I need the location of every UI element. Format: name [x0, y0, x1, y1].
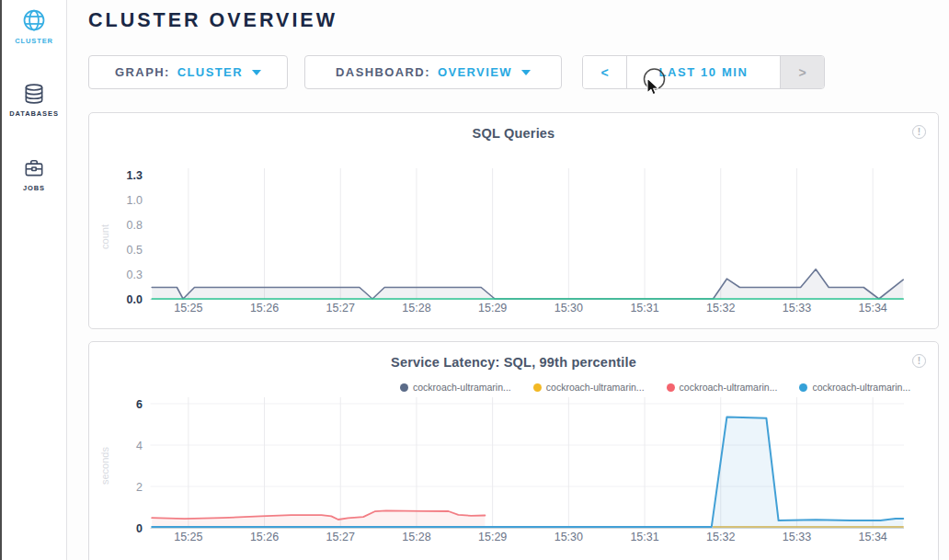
svg-text:seconds: seconds	[99, 447, 110, 485]
svg-text:15:33: 15:33	[783, 302, 811, 314]
dashboard-dropdown-label: DASHBOARD:	[336, 65, 430, 79]
dashboard-dropdown[interactable]: DASHBOARD: OVERVIEW	[304, 55, 562, 89]
svg-text:15:26: 15:26	[250, 302, 279, 314]
svg-text:15:34: 15:34	[859, 302, 887, 314]
sidebar-item-databases[interactable]: DATABASES	[2, 45, 66, 118]
service-latency-card: Service Latency: SQL, 99th percentile ! …	[88, 341, 939, 560]
time-next-button[interactable]: >	[780, 56, 824, 88]
database-icon	[22, 82, 46, 106]
svg-text:15:32: 15:32	[706, 302, 735, 314]
sidebar-item-label: CLUSTER	[2, 37, 66, 45]
svg-text:15:33: 15:33	[783, 531, 811, 543]
svg-text:15:29: 15:29	[478, 302, 507, 314]
sidebar-item-jobs[interactable]: JOBS	[2, 118, 66, 192]
svg-text:0.0: 0.0	[127, 293, 143, 306]
globe-icon	[21, 7, 47, 33]
page-title: CLUSTER OVERVIEW	[88, 9, 949, 32]
sql-queries-chart: 0.00.30.50.81.01.315:2515:2615:2715:2815…	[89, 113, 940, 328]
svg-text:15:26: 15:26	[250, 531, 279, 543]
sidebar: CLUSTER DATABASES JOBS	[2, 0, 67, 560]
svg-text:15:25: 15:25	[174, 302, 202, 314]
svg-text:count: count	[99, 224, 110, 249]
svg-text:15:25: 15:25	[174, 531, 202, 543]
sidebar-item-label: JOBS	[2, 184, 66, 192]
svg-text:6: 6	[136, 398, 143, 411]
svg-text:1.3: 1.3	[127, 169, 143, 182]
svg-text:4: 4	[136, 440, 143, 452]
svg-text:15:27: 15:27	[326, 531, 355, 543]
briefcase-icon	[22, 156, 46, 180]
svg-text:15:28: 15:28	[402, 302, 430, 314]
svg-text:1.0: 1.0	[127, 194, 143, 207]
sidebar-item-label: DATABASES	[2, 109, 66, 118]
graph-dropdown[interactable]: GRAPH: CLUSTER	[88, 55, 288, 89]
time-prev-button[interactable]: <	[583, 56, 627, 88]
svg-text:15:32: 15:32	[706, 531, 735, 543]
main-content: CLUSTER OVERVIEW GRAPH: CLUSTER DASHBOAR…	[67, 0, 949, 560]
svg-text:15:27: 15:27	[326, 302, 355, 314]
toolbar: GRAPH: CLUSTER DASHBOARD: OVERVIEW < LAS…	[88, 55, 825, 89]
time-range-label[interactable]: LAST 10 MIN	[627, 56, 780, 88]
sql-queries-card: SQL Queries ! 0.00.30.50.81.01.315:2515:…	[88, 112, 939, 329]
svg-text:0.3: 0.3	[127, 269, 143, 281]
svg-text:0.5: 0.5	[127, 244, 143, 257]
svg-text:15:30: 15:30	[555, 531, 583, 543]
time-range-selector: < LAST 10 MIN >	[582, 55, 825, 89]
svg-text:15:28: 15:28	[402, 531, 430, 543]
svg-text:15:31: 15:31	[630, 531, 658, 543]
svg-text:15:34: 15:34	[859, 531, 887, 543]
chevron-down-icon	[252, 70, 261, 75]
svg-text:0.8: 0.8	[127, 219, 143, 232]
service-latency-chart: 024615:2515:2615:2715:2815:2915:3015:311…	[89, 342, 940, 560]
svg-text:2: 2	[136, 481, 143, 494]
cluster-overview-page: CLUSTER DATABASES JOBS CLUSTER OVERVIEW	[0, 0, 949, 560]
sidebar-item-cluster[interactable]: CLUSTER	[2, 0, 66, 45]
dashboard-dropdown-value: OVERVIEW	[438, 65, 512, 79]
graph-dropdown-label: GRAPH:	[115, 65, 170, 79]
graph-dropdown-value: CLUSTER	[177, 65, 243, 79]
svg-text:0: 0	[136, 522, 143, 535]
svg-text:15:31: 15:31	[630, 302, 658, 314]
svg-text:15:30: 15:30	[555, 302, 583, 314]
svg-text:15:29: 15:29	[478, 531, 507, 543]
chevron-down-icon	[521, 70, 531, 75]
